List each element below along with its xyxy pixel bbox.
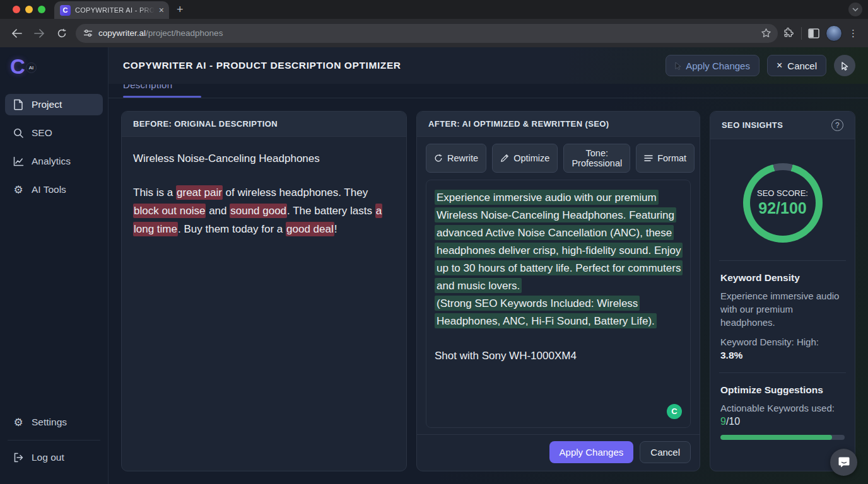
optimize-label: Optimize [513, 153, 549, 163]
apply-changes-label: Apply Changes [686, 60, 750, 71]
maximize-window-button[interactable] [38, 6, 45, 13]
format-label: Format [657, 153, 686, 163]
pointer-tool-button[interactable] [834, 55, 855, 76]
keywords-progress-fill [720, 435, 832, 440]
optimize-button[interactable]: Optimize [492, 144, 558, 173]
sidebar-item-label: Project [32, 99, 62, 110]
url-path: /project/headphones [146, 28, 223, 38]
divider [719, 260, 846, 261]
url-text[interactable]: copywriter.al/project/headphones [98, 28, 223, 38]
screen: C COPYWRITER AI - PROD × + copywriter.al… [0, 0, 868, 484]
product-title: Wireless Noise-Canceling Headphones [133, 149, 395, 168]
browser-tab[interactable]: C COPYWRITER AI - PROD × [54, 1, 169, 19]
sidebar-item-project[interactable]: Project [5, 94, 103, 115]
cursor-icon [675, 62, 682, 70]
sidebar-divider [8, 440, 100, 441]
tab-description[interactable]: Description [123, 84, 201, 98]
url-bar[interactable]: copywriter.al/project/headphones [76, 24, 778, 43]
cursor-icon [840, 61, 849, 71]
sidebar-item-logout[interactable]: Log out [5, 447, 103, 468]
site-settings-icon[interactable] [83, 29, 93, 37]
after-toolbar: Rewrite Optimize Tone: Professional Form… [417, 137, 700, 178]
help-icon[interactable]: ? [831, 119, 843, 131]
browser-tab-strip: C COPYWRITER AI - PROD × + [0, 0, 868, 19]
window-controls [0, 0, 54, 19]
browser-menu-icon[interactable]: ⋮ [848, 28, 858, 39]
seo-keywords-note: (Strong SEO Keywords Included: Wireless … [435, 296, 657, 328]
sidebar-item-ai-tools[interactable]: ⚙ AI Tools [5, 179, 103, 200]
new-tab-button[interactable]: + [177, 3, 184, 16]
keyword-density-heading: Keyword Density [720, 272, 845, 284]
before-panel-title: BEFORE: ORIGINAL DESCRIPTION [122, 112, 406, 137]
logout-icon [12, 452, 25, 463]
search-icon [12, 128, 25, 139]
close-window-button[interactable] [13, 6, 20, 13]
chat-widget-button[interactable] [830, 449, 857, 476]
bookmark-star-icon[interactable] [761, 28, 771, 38]
seo-score-value: 92/100 [758, 199, 806, 217]
page-title: COPYWRITER AI - PRODUCT DESCRIPTION OPTI… [123, 60, 401, 71]
tab-favicon: C [60, 5, 71, 16]
optimized-text-editor[interactable]: Experience immersive audio with our prem… [426, 180, 691, 428]
reload-icon[interactable] [53, 25, 71, 42]
apply-changes-header-button[interactable]: Apply Changes [666, 55, 760, 76]
seo-panel-title: SEO INSIGHTS [722, 120, 783, 130]
after-panel-title: AFTER: AI OPTIMIZED & REWRITTEN (SEO) [417, 112, 700, 137]
optimized-description: Experience immersive audio with our prem… [435, 190, 683, 293]
sidebar-item-label: Log out [32, 452, 64, 463]
gear-icon: ⚙ [12, 185, 25, 195]
chart-icon [12, 156, 25, 166]
apply-changes-button[interactable]: Apply Changes [549, 441, 634, 463]
tone-label: Tone: Professional [572, 148, 622, 168]
optimize-suggestions-heading: Optimize Suggestions [720, 384, 845, 396]
cancel-header-button[interactable]: × Cancel [767, 55, 826, 76]
rewrite-button[interactable]: Rewrite [426, 144, 486, 173]
sidebar-item-settings[interactable]: ⚙ Settings [5, 412, 103, 433]
extensions-icon[interactable] [783, 27, 795, 39]
cancel-label: Cancel [787, 60, 817, 71]
divider [719, 372, 846, 373]
sidebar-item-analytics[interactable]: Analytics [5, 151, 103, 172]
url-host: copywriter.al [98, 28, 146, 38]
active-tab-underline [123, 96, 201, 98]
document-icon [12, 99, 25, 110]
minimize-window-button[interactable] [25, 6, 33, 13]
sidebar-item-label: SEO [32, 127, 52, 139]
back-icon[interactable] [8, 25, 25, 42]
refresh-icon [434, 154, 443, 163]
actionable-keywords-label: Actionable Keywords used: [720, 401, 845, 415]
browser-toolbar: copywriter.al/project/headphones ⋮ [0, 19, 868, 47]
cancel-button[interactable]: Cancel [640, 441, 691, 463]
logo-ai-badge: AI [26, 62, 37, 73]
format-button[interactable]: Format [636, 144, 695, 173]
original-description: This is a great pair of wireless headpho… [133, 183, 395, 238]
app-logo: C AI [10, 55, 35, 80]
tab-title: COPYWRITER AI - PROD [75, 6, 155, 14]
before-panel: BEFORE: ORIGINAL DESCRIPTION Wireless No… [121, 111, 407, 471]
profile-avatar[interactable] [826, 25, 842, 42]
sidebar-item-label: Settings [32, 417, 67, 428]
keywords-used-value: 9/10 [720, 416, 845, 427]
keywords-progress-bar [720, 435, 845, 440]
after-footer: Apply Changes Cancel [417, 434, 700, 471]
ai-assistant-badge[interactable]: C [667, 404, 682, 419]
keyword-density-label: Keyword Density: High: [720, 335, 845, 349]
after-panel: AFTER: AI OPTIMIZED & REWRITTEN (SEO) Re… [416, 111, 700, 471]
gear-icon: ⚙ [12, 417, 25, 428]
toolbar-right: ⋮ [783, 25, 860, 42]
pen-icon [500, 154, 509, 163]
chat-bubble-icon [838, 456, 850, 468]
side-panel-icon[interactable] [808, 28, 819, 38]
keyword-density-snippet: Experience immersive audio with our prem… [720, 289, 845, 329]
keyword-density-value: 3.8% [720, 350, 845, 361]
plain-note: Shot with Sony WH-1000XM4 [435, 347, 682, 365]
tab-search-chevron-icon[interactable] [848, 3, 862, 16]
sidebar-item-label: AI Tools [32, 184, 66, 195]
tab-close-icon[interactable]: × [159, 6, 164, 14]
tone-selector-button[interactable]: Tone: Professional [563, 144, 630, 173]
sidebar-item-seo[interactable]: SEO [5, 122, 103, 144]
sidebar: C AI Project SEO Analytics [0, 47, 108, 484]
forward-icon[interactable] [30, 25, 48, 42]
rewrite-label: Rewrite [447, 153, 478, 163]
seo-insights-panel: SEO INSIGHTS ? SEO SCORE: 92/100 Keyword… [710, 111, 855, 471]
